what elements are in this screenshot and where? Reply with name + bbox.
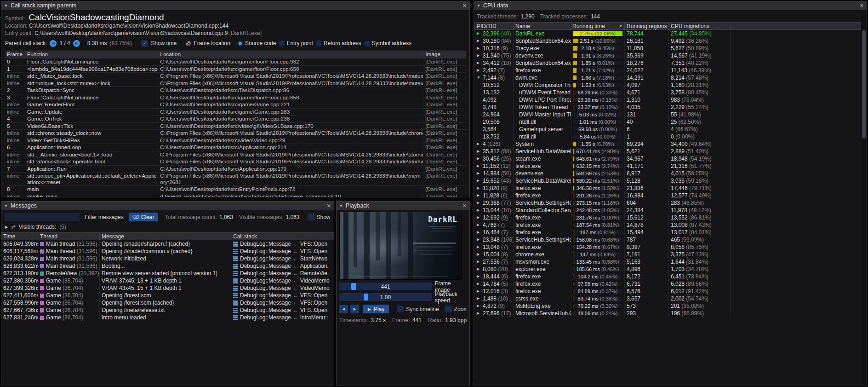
- column-header-function[interactable]: Function: [25, 51, 158, 58]
- speed-slider[interactable]: 1.00: [339, 293, 432, 301]
- radio-entry-point[interactable]: Entry point: [279, 40, 313, 46]
- expand-row-icon[interactable]: ▶: [477, 52, 483, 59]
- expand-row-icon[interactable]: ▶: [477, 155, 483, 162]
- callstack-row[interactable]: 3Floor::CalcLightNoLuminanceC:\Users\wol…: [5, 94, 466, 102]
- collapse-icon[interactable]: ▼: [4, 4, 8, 8]
- cpu-row[interactable]: ▶29,388 (77)ServiceHub.SettingsHost273.1…: [474, 199, 867, 207]
- column-header-location[interactable]: Location: [158, 51, 423, 58]
- column-header-message[interactable]: Message: [100, 233, 231, 240]
- cpu-row[interactable]: 3,748DWM Token Thread23.37 ms (0.10%)4,0…: [474, 104, 867, 111]
- callstack-row[interactable]: 2TaskDispatch::SyncC:\Users\wolf\Desktop…: [5, 87, 466, 94]
- cpu-row[interactable]: ▶27,696 (17)Microsoft.ServiceHub.Co48.06…: [474, 310, 867, 317]
- frame-image[interactable]: DarkRL: [339, 212, 462, 280]
- callstack-cell[interactable]: DebugLog::Message←StartNetwo: [231, 255, 334, 262]
- message-row[interactable]: 627,399,326nsGame (36,704)VRAM 43x45: 15…: [1, 284, 334, 292]
- cpu-table-header[interactable]: PID/TID Name Running time ▼ Running regi…: [474, 22, 867, 30]
- cpu-row[interactable]: ▶15,652 (43)ServiceHub.DataWarehou580.22…: [474, 177, 867, 185]
- expand-row-icon[interactable]: ▶: [477, 266, 483, 273]
- close-icon[interactable]: ✕: [860, 3, 864, 9]
- cpu-row[interactable]: 13,732ntdll.dll5.84 us (0.00%)10 (0.00%): [474, 133, 867, 140]
- expand-row-icon[interactable]: ▶: [477, 185, 483, 192]
- expand-icon[interactable]: ▶: [5, 225, 8, 229]
- expand-row-icon[interactable]: ▶: [477, 280, 483, 288]
- message-row[interactable]: 627,380,356nsGame (36,704)VRAM 37x45: 13…: [1, 277, 334, 284]
- callstack-row[interactable]: inlineGame::RenderFloorC:\Users\wolf\Des…: [5, 101, 466, 109]
- messages-table-header[interactable]: Time Thread Message Call stack: [1, 232, 334, 240]
- cpu-row[interactable]: ▶12,692 (9)firefox.exe231.76 ms (1.00%)1…: [474, 214, 867, 221]
- callstack-titlebar[interactable]: ▼ Call stack sample parents ✕: [1, 1, 469, 10]
- cpu-row[interactable]: ▶11,820 (9)firefox.exe346.58 ms (1.50%)2…: [474, 185, 867, 192]
- expand-row-icon[interactable]: ▶: [477, 67, 483, 74]
- cpu-row[interactable]: ▼7,144 (8)dwm.exe1.66 s (7.18%)14,2918,2…: [474, 74, 867, 81]
- column-header-running-regions[interactable]: Running regions: [625, 23, 669, 29]
- expand-row-icon[interactable]: ▶: [477, 236, 483, 243]
- cpu-row[interactable]: ▶14,784 (5)firefox.exe97.95 ms (0.42%)6,…: [474, 280, 867, 288]
- radio-symbol-address[interactable]: Symbol address: [364, 40, 411, 46]
- callstack-cell[interactable]: DebugLog::Message←VideoMemo: [231, 284, 334, 292]
- play-button[interactable]: ▶ Play: [363, 305, 389, 313]
- message-row[interactable]: 627,667,736nsGame (36,704)Opening /meta/…: [1, 306, 334, 314]
- column-header-running-time[interactable]: Running time ▼: [571, 23, 625, 29]
- cpu-row[interactable]: ▶34,412 (18)ScriptedSandbox64.exe1.85 s …: [474, 59, 867, 67]
- sync-timeline-checkbox[interactable]: [397, 306, 404, 312]
- callstack-row[interactable]: inlinestd::_Atomic_storage<bool,1>::load…: [5, 151, 466, 159]
- collapse-icon[interactable]: ▼: [339, 204, 343, 208]
- expand-row-icon[interactable]: ▶: [477, 148, 483, 155]
- column-header-time[interactable]: Time: [1, 233, 38, 240]
- cpu-row[interactable]: ▶14,984 (50)devenv.exe584.69 ms (2.53%)6…: [474, 170, 867, 177]
- cpu-row[interactable]: ▶4 (126)System1.55 s (6.70%)69,29434,400…: [474, 140, 867, 148]
- callstack-icon[interactable]: [233, 315, 238, 320]
- message-row[interactable]: 606,049,398nsMain thread (31,596)Opening…: [1, 240, 334, 248]
- expand-row-icon[interactable]: ▶: [477, 229, 483, 236]
- expand-row-icon[interactable]: ▶: [477, 302, 483, 310]
- cpu-row[interactable]: ▶35,812 (88)ServiceHub.DataWarehou670.41…: [474, 148, 867, 155]
- cpu-row[interactable]: 4,092DWM LPC Port Thread29.16 ms (0.13%)…: [474, 96, 867, 104]
- frame-slider[interactable]: 441: [339, 283, 432, 290]
- cpu-scrollbar-thumb[interactable]: [862, 30, 866, 139]
- message-row[interactable]: 627,313,190nsRemoteView (31,392)Remote v…: [1, 270, 334, 277]
- column-header-frame[interactable]: Frame: [5, 51, 25, 58]
- cpu-row[interactable]: ▶31,340 (75)devenv.exe1.91 s (8.26%)35,3…: [474, 52, 867, 59]
- prev-parent-button[interactable]: ◀: [50, 40, 57, 47]
- expand-row-icon[interactable]: ▶: [477, 140, 483, 148]
- callstack-row[interactable]: inlinestd::atomic<bool>::operator boolC:…: [5, 158, 466, 166]
- cpu-scrollbar[interactable]: [861, 11, 867, 386]
- step-back-button[interactable]: ◀: [339, 305, 348, 313]
- expand-row-icon[interactable]: ▶: [477, 273, 483, 280]
- expand-row-icon[interactable]: ▶: [477, 295, 483, 302]
- callstack-icon[interactable]: [233, 264, 238, 269]
- cpu-row[interactable]: ▶1,488 (10)csrss.exe83.74 ms (0.36%)3,65…: [474, 295, 867, 302]
- cpu-row[interactable]: ▶4,872 (9)MsMpEng.exe70.22 ms (0.30%)573…: [474, 302, 867, 310]
- expand-row-icon[interactable]: ▶: [477, 177, 483, 185]
- cpu-row[interactable]: 13,132uDWM Event Thread68.29 ms (0.30%)4…: [474, 89, 867, 96]
- expand-row-icon[interactable]: ▶: [477, 288, 483, 295]
- callstack-row[interactable]: inlinestd::chrono::steady_clock::nowC:\P…: [5, 130, 466, 137]
- callstack-icon[interactable]: [233, 256, 238, 261]
- close-icon[interactable]: ✕: [327, 203, 331, 209]
- radio-return-address[interactable]: Return address: [316, 40, 361, 46]
- callstack-icon[interactable]: [233, 249, 238, 254]
- cpu-row[interactable]: ▶22,396 (49)DarkRL.exe2.79 s (12.06%)78,…: [474, 30, 867, 37]
- playback-titlebar[interactable]: ▼ Playback ✕: [337, 202, 469, 210]
- callstack-icon[interactable]: [233, 300, 238, 306]
- cpu-row[interactable]: ▶30,160 (84)ScriptedSandbox64.exe2.51 s …: [474, 37, 867, 45]
- expand-row-icon[interactable]: ▶: [477, 170, 483, 177]
- expand-row-icon[interactable]: ▶: [477, 243, 483, 251]
- callstack-row[interactable]: 8mainC:\Users\wolf\Desktop\darkrl\src\En…: [5, 186, 466, 193]
- callstack-row[interactable]: 1<lambda_84a19dc444fae966ca174e83e708bdc…: [5, 66, 466, 73]
- expand-row-icon[interactable]: ▶: [477, 37, 483, 45]
- callstack-cell[interactable]: DebugLog::Message←VFS::Open: [231, 306, 334, 314]
- expand-row-icon[interactable]: ▶: [477, 214, 483, 221]
- callstack-icon[interactable]: [233, 278, 238, 283]
- cpu-row[interactable]: 10,512DWM Compositor Thread1.53 s (6.63%…: [474, 81, 867, 89]
- cpu-row[interactable]: 20,508ntdll.dll1.01 ms (0.00%)4025 (62.5…: [474, 118, 867, 126]
- callstack-row[interactable]: 6Application::InnerLoopC:\Users\wolf\Des…: [5, 144, 466, 151]
- cpu-row[interactable]: ▶27,536 (7)msvsmon.exe133.45 ms (0.58%)5…: [474, 258, 867, 266]
- callstack-cell[interactable]: DebugLog::Message←VFS::Open: [231, 292, 334, 299]
- message-row[interactable]: 626,024,328nsMain thread (31,596)Network…: [1, 255, 334, 262]
- callstack-icon[interactable]: [233, 242, 238, 247]
- clear-button[interactable]: ⌫ Clear: [129, 213, 158, 221]
- message-row[interactable]: 627,831,246nsGame (36,704)Intro menu loa…: [1, 314, 334, 321]
- callstack-cell[interactable]: DebugLog::Message←VFS::Open: [231, 299, 334, 306]
- callstack-row[interactable]: inlinestd::unique_ptr<Application,std::d…: [5, 173, 466, 186]
